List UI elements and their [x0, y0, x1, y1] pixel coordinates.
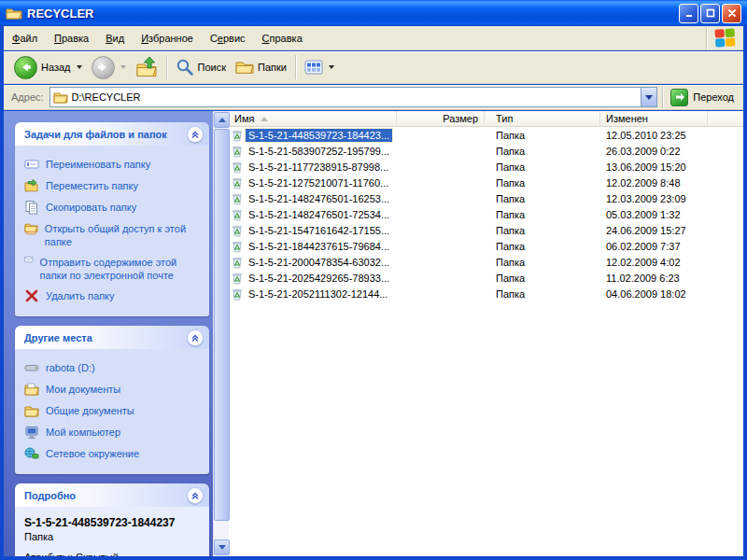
- scrollbar-thumb[interactable]: [214, 129, 230, 521]
- file-row[interactable]: S-1-5-21-1482476501-72534... Папка 05.03…: [229, 206, 743, 222]
- title-bar[interactable]: RECYCLER: [0, 0, 747, 26]
- file-name-cell[interactable]: S-1-5-21-1482476501-16253...: [229, 190, 397, 206]
- forward-dropdown-icon[interactable]: [120, 65, 126, 69]
- menu-help[interactable]: Справка: [254, 26, 311, 49]
- file-name: S-1-5-21-448539723-184423...: [246, 129, 392, 142]
- other-places-header[interactable]: Другие места: [15, 326, 209, 349]
- search-button[interactable]: Поиск: [171, 56, 231, 78]
- menu-file[interactable]: Файл: [4, 26, 46, 49]
- file-row[interactable]: S-1-5-21-2000478354-63032... Папка 12.02…: [229, 254, 743, 270]
- file-size: [397, 286, 485, 301]
- file-size: [397, 238, 485, 254]
- column-header-size[interactable]: Размер: [397, 111, 485, 127]
- file-name-cell[interactable]: S-1-5-21-1482476501-72534...: [229, 206, 397, 222]
- close-button[interactable]: [722, 4, 741, 23]
- place-my-computer[interactable]: Мой компьютер: [24, 425, 204, 440]
- file-row[interactable]: S-1-5-21-1844237615-79684... Папка 06.02…: [229, 238, 743, 254]
- collapse-chevron-icon[interactable]: [187, 329, 204, 346]
- menu-edit[interactable]: Правка: [46, 26, 97, 49]
- place-label: rabota (D:): [46, 360, 95, 374]
- place-label: Сетевое окружение: [46, 446, 139, 460]
- recycle-bin-icon: [231, 272, 244, 285]
- file-row[interactable]: S-1-5-21-583907252-195799... Папка 26.03…: [229, 143, 743, 159]
- file-type: Папка: [485, 222, 600, 238]
- file-name-cell[interactable]: S-1-5-21-448539723-184423...: [229, 127, 397, 143]
- place-shared-documents[interactable]: Общие документы: [24, 403, 204, 418]
- column-header-filler: [708, 111, 743, 127]
- main-area: Задачи для файлов и папок Переименовать …: [4, 111, 743, 556]
- menu-view[interactable]: Вид: [97, 26, 133, 49]
- go-button[interactable]: Переход: [668, 87, 740, 108]
- maximize-button[interactable]: [700, 4, 720, 23]
- task-delete-folder[interactable]: Удалить папку: [24, 288, 204, 303]
- task-share-folder[interactable]: Открыть общий доступ к этой папке: [24, 221, 204, 248]
- file-modified: 12.02.2009 4:02: [600, 254, 708, 270]
- place-network[interactable]: Сетевое окружение: [24, 446, 204, 461]
- collapse-chevron-icon[interactable]: [187, 487, 204, 504]
- views-button[interactable]: [300, 56, 339, 78]
- file-row[interactable]: S-1-5-21-1547161642-17155... Папка 24.06…: [229, 222, 743, 238]
- minimize-button[interactable]: [679, 4, 698, 23]
- file-name-cell[interactable]: S-1-5-21-2052111302-12144...: [229, 286, 397, 301]
- address-combo[interactable]: D:\RECYCLER: [49, 87, 658, 107]
- file-name-cell[interactable]: S-1-5-21-1275210071-11760...: [229, 175, 397, 190]
- task-pane-scrollbar[interactable]: [213, 111, 229, 556]
- details-header[interactable]: Подробно: [15, 483, 209, 507]
- file-size: [397, 190, 485, 206]
- task-label: Скопировать папку: [46, 200, 136, 214]
- column-header-type[interactable]: Тип: [485, 111, 600, 127]
- address-folder-icon: [53, 90, 68, 105]
- task-rename-folder[interactable]: Переименовать папку: [24, 157, 204, 172]
- address-dropdown-button[interactable]: [641, 88, 656, 106]
- folders-icon: [235, 58, 254, 77]
- place-drive-d[interactable]: rabota (D:): [24, 360, 204, 375]
- details-title: Подробно: [24, 490, 187, 501]
- file-name-cell[interactable]: S-1-5-21-2025429265-78933...: [229, 270, 397, 286]
- file-row[interactable]: S-1-5-21-1275210071-11760... Папка 12.02…: [229, 175, 743, 190]
- recycle-bin-icon: [231, 224, 244, 237]
- collapse-chevron-icon[interactable]: [187, 126, 204, 143]
- forward-icon: [92, 56, 115, 79]
- up-button[interactable]: [131, 54, 162, 80]
- details-box: Подробно S-1-5-21-448539723-1844237 Папк…: [15, 483, 209, 556]
- menu-favorites[interactable]: Избранное: [133, 26, 202, 49]
- back-button[interactable]: Назад: [9, 54, 87, 81]
- place-my-documents[interactable]: Мои документы: [24, 382, 204, 397]
- file-row[interactable]: S-1-5-21-2052111302-12144... Папка 04.06…: [229, 286, 743, 301]
- file-name: S-1-5-21-1482476501-72534...: [246, 208, 392, 221]
- forward-button[interactable]: [87, 54, 131, 81]
- file-rows: S-1-5-21-448539723-184423... Папка 12.05…: [229, 127, 743, 301]
- file-name-cell[interactable]: S-1-5-21-2000478354-63032...: [229, 254, 397, 270]
- address-input[interactable]: D:\RECYCLER: [72, 91, 641, 103]
- file-row[interactable]: S-1-5-21-448539723-184423... Папка 12.05…: [229, 127, 743, 143]
- recycle-bin-icon: [231, 176, 244, 189]
- task-move-folder[interactable]: Переместить папку: [24, 178, 204, 193]
- column-header-name[interactable]: Имя: [229, 111, 397, 127]
- file-name-cell[interactable]: S-1-5-21-1547161642-17155...: [229, 222, 397, 238]
- file-tasks-header[interactable]: Задачи для файлов и папок: [15, 122, 209, 146]
- file-size: [397, 254, 485, 270]
- file-row[interactable]: S-1-5-21-2025429265-78933... Папка 11.02…: [229, 270, 743, 286]
- views-dropdown-icon[interactable]: [329, 65, 334, 69]
- file-name-cell[interactable]: S-1-5-21-1844237615-79684...: [229, 238, 397, 254]
- file-row[interactable]: S-1-5-21-1177238915-87998... Папка 13.06…: [229, 159, 743, 175]
- folders-button[interactable]: Папки: [231, 56, 291, 78]
- windows-logo: [706, 26, 743, 49]
- column-header-modified[interactable]: Изменен: [600, 111, 708, 127]
- task-email-folder[interactable]: Отправить содержимое этой папки по элект…: [24, 255, 204, 282]
- task-copy-folder[interactable]: Скопировать папку: [24, 200, 204, 215]
- details-attributes: Атрибуты: Скрытый: [24, 551, 202, 556]
- delete-icon: [24, 288, 39, 303]
- chevron-down-icon: [645, 95, 653, 100]
- file-row[interactable]: S-1-5-21-1482476501-16253... Папка 12.03…: [229, 190, 743, 206]
- file-modified: 24.06.2009 15:27: [600, 222, 708, 238]
- file-name-cell[interactable]: S-1-5-21-583907252-195799...: [229, 143, 397, 159]
- file-type: Папка: [485, 190, 600, 206]
- menu-tools[interactable]: Сервис: [202, 26, 254, 49]
- back-icon: [14, 56, 37, 79]
- file-name-cell[interactable]: S-1-5-21-1177238915-87998...: [229, 159, 397, 175]
- scroll-down-button[interactable]: [214, 539, 230, 555]
- back-dropdown-icon[interactable]: [77, 65, 82, 69]
- scroll-up-button[interactable]: [214, 112, 230, 128]
- my-computer-icon: [24, 425, 39, 440]
